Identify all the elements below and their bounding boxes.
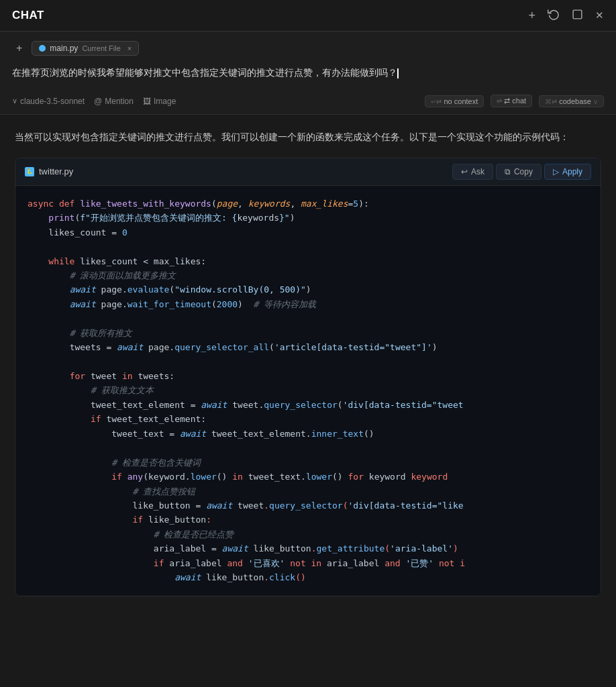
history-icon[interactable]	[548, 8, 560, 23]
header-actions: + ✕	[528, 8, 604, 23]
python-icon-dot	[39, 45, 46, 52]
chat-label: ⇄ chat	[504, 97, 526, 105]
input-toolbar: ∨ claude-3.5-sonnet @ Mention 🖼 Image ↵⇄…	[12, 89, 604, 114]
model-selector[interactable]: ∨ claude-3.5-sonnet	[12, 97, 85, 106]
codebase-kbd: ⌘⇄	[545, 98, 557, 105]
file-tab-main[interactable]: main.py Current File ×	[32, 41, 139, 56]
image-label: Image	[154, 97, 176, 106]
mention-label: Mention	[105, 97, 134, 106]
response-text: 当然可以实现对包含指定关键词的推文进行点赞。我们可以创建一个新的函数来完成这个任…	[15, 129, 601, 146]
code-block-header: 🐍 twitter.py ↩ Ask ⧉ Copy ▷ Apply	[15, 158, 601, 186]
context-group: ↵⇄ no context ⇄ ⇄ chat ⌘⇄ codebase ∨	[425, 95, 604, 107]
copy-button[interactable]: ⧉ Copy	[496, 164, 542, 180]
ask-label: Ask	[471, 167, 484, 176]
no-context-label: no context	[444, 97, 478, 105]
code-filename-text: twitter.py	[39, 166, 73, 176]
add-file-button[interactable]: +	[12, 41, 26, 56]
file-tab-close[interactable]: ×	[127, 44, 132, 52]
code-block: 🐍 twitter.py ↩ Ask ⧉ Copy ▷ Apply async	[15, 158, 601, 596]
file-tab-badge: Current File	[82, 44, 120, 52]
file-tabs: + main.py Current File ×	[12, 41, 604, 56]
no-context-badge[interactable]: ↵⇄ no context	[425, 95, 484, 107]
expand-icon[interactable]	[572, 9, 583, 22]
response-section: 当然可以实现对包含指定关键词的推文进行点赞。我们可以创建一个新的函数来完成这个任…	[0, 115, 616, 596]
new-chat-icon[interactable]: +	[528, 9, 535, 23]
model-name: claude-3.5-sonnet	[20, 97, 85, 106]
copy-label: Copy	[514, 167, 533, 176]
file-tab-name: main.py	[50, 44, 78, 53]
apply-button[interactable]: ▷ Apply	[544, 164, 591, 180]
app-title: CHAT	[12, 9, 44, 22]
chat-kbd: ⇄	[497, 97, 502, 105]
ask-button[interactable]: ↩ Ask	[452, 164, 493, 180]
at-icon: @	[94, 97, 102, 106]
py-file-icon: 🐍	[25, 167, 34, 176]
mention-button[interactable]: @ Mention	[94, 97, 134, 106]
text-cursor	[397, 68, 399, 78]
codebase-label: codebase	[559, 97, 591, 105]
svg-rect-0	[573, 10, 582, 19]
input-section: + main.py Current File × 在推荐页浏览的时候我希望能够对…	[0, 32, 616, 115]
code-pre: async def like_tweets_with_keywords(page…	[28, 197, 588, 585]
codebase-badge[interactable]: ⌘⇄ codebase ∨	[539, 95, 604, 107]
code-content: async def like_tweets_with_keywords(page…	[15, 186, 601, 596]
image-icon: 🖼	[143, 97, 151, 106]
user-message-input[interactable]: 在推荐页浏览的时候我希望能够对推文中包含指定关键词的推文进行点赞，有办法能做到吗…	[12, 62, 604, 89]
codebase-chevron: ∨	[593, 98, 598, 105]
image-button[interactable]: 🖼 Image	[143, 97, 176, 106]
code-filename: 🐍 twitter.py	[25, 166, 73, 176]
user-message-text: 在推荐页浏览的时候我希望能够对推文中包含指定关键词的推文进行点赞，有办法能做到吗…	[12, 67, 397, 78]
apply-label: Apply	[562, 167, 582, 176]
model-selector-label: ∨	[12, 97, 17, 105]
apply-icon: ▷	[553, 167, 559, 176]
header: CHAT + ✕	[0, 0, 616, 32]
close-icon[interactable]: ✕	[595, 9, 604, 21]
copy-icon: ⧉	[505, 167, 511, 176]
ask-icon: ↩	[461, 167, 468, 176]
code-actions: ↩ Ask ⧉ Copy ▷ Apply	[452, 164, 591, 180]
context-kbd: ↵⇄	[431, 98, 442, 105]
chat-badge[interactable]: ⇄ ⇄ chat	[491, 95, 532, 107]
